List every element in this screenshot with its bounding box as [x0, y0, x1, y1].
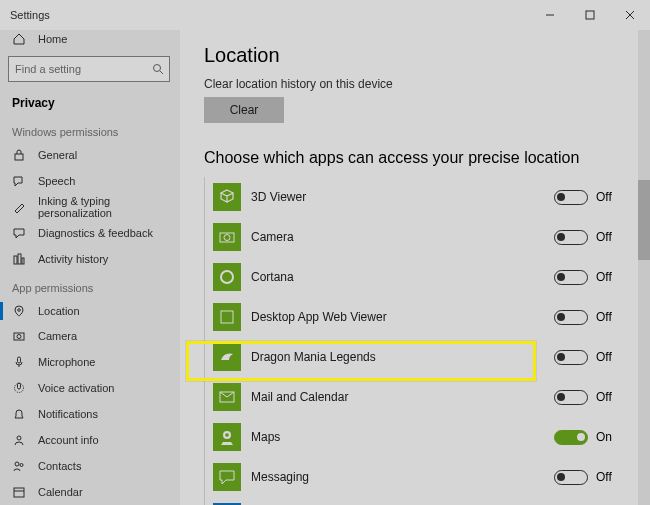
sidebar-item-diagnostics[interactable]: Diagnostics & feedback	[0, 220, 178, 246]
microphone-icon	[12, 355, 26, 369]
svg-point-10	[18, 308, 21, 311]
home-icon	[12, 32, 26, 46]
toggle-label: Off	[596, 350, 616, 364]
svg-rect-7	[14, 256, 17, 264]
toggle-switch[interactable]	[554, 190, 588, 205]
sidebar-item-label: Diagnostics & feedback	[38, 227, 153, 239]
toggle-switch[interactable]	[554, 470, 588, 485]
toggle-switch[interactable]	[554, 390, 588, 405]
bell-icon	[12, 407, 26, 421]
sidebar-item-account[interactable]: Account info	[0, 427, 178, 453]
svg-point-22	[224, 235, 230, 241]
sidebar-item-label: Home	[38, 33, 67, 45]
svg-point-12	[17, 335, 21, 339]
sidebar-item-activity[interactable]: Activity history	[0, 246, 178, 272]
toggle-switch[interactable]	[554, 430, 588, 445]
svg-point-15	[15, 384, 24, 393]
sidebar-item-label: Notifications	[38, 408, 98, 420]
sidebar-subheading-app: App permissions	[0, 272, 178, 298]
toggle-label: Off	[596, 470, 616, 484]
toggle-label: On	[596, 430, 616, 444]
svg-point-18	[20, 464, 23, 467]
sidebar-item-label: Contacts	[38, 460, 81, 472]
app-row-messaging: MessagingOff	[213, 457, 622, 497]
app-label: Mail and Calendar	[251, 390, 544, 404]
toggle-switch[interactable]	[554, 230, 588, 245]
sidebar-subheading-windows: Windows permissions	[0, 116, 178, 142]
svg-point-23	[221, 271, 233, 283]
close-button[interactable]	[610, 0, 650, 30]
cube-icon	[213, 183, 241, 211]
chat-icon	[213, 463, 241, 491]
svg-line-5	[160, 71, 163, 74]
clear-button[interactable]: Clear	[204, 97, 284, 123]
app-label: 3D Viewer	[251, 190, 544, 204]
app-label: Cortana	[251, 270, 544, 284]
maximize-button[interactable]	[570, 0, 610, 30]
toggle-switch[interactable]	[554, 270, 588, 285]
contacts-icon	[12, 459, 26, 473]
sidebar-item-label: Microphone	[38, 356, 95, 368]
toggle-label: Off	[596, 390, 616, 404]
toggle-switch[interactable]	[554, 350, 588, 365]
search-icon	[152, 63, 164, 75]
ring-icon	[213, 263, 241, 291]
toggle-label: Off	[596, 310, 616, 324]
toggle-label: Off	[596, 190, 616, 204]
toggle-label: Off	[596, 230, 616, 244]
app-row-desktop-app-web-viewer: Desktop App Web ViewerOff	[213, 297, 622, 337]
sidebar-item-inking[interactable]: Inking & typing personalization	[0, 194, 178, 220]
sidebar-item-home[interactable]: Home	[0, 30, 178, 52]
sidebar-item-voice[interactable]: Voice activation	[0, 375, 178, 401]
mail-icon	[213, 383, 241, 411]
svg-rect-1	[586, 11, 594, 19]
sidebar-item-calendar[interactable]: Calendar	[0, 479, 178, 505]
camera-icon	[12, 329, 26, 343]
app-row-mail-and-calendar: Mail and CalendarOff	[213, 377, 622, 417]
sidebar-item-label: Speech	[38, 175, 75, 187]
app-row-maps: MapsOn	[213, 417, 622, 457]
voice-icon	[12, 381, 26, 395]
sidebar-item-notifications[interactable]: Notifications	[0, 401, 178, 427]
account-icon	[12, 433, 26, 447]
app-label: Desktop App Web Viewer	[251, 310, 544, 324]
sidebar-item-speech[interactable]: Speech	[0, 168, 178, 194]
app-label: Messaging	[251, 470, 544, 484]
svg-rect-8	[18, 254, 21, 264]
feedback-icon	[12, 226, 26, 240]
app-row-dragon-mania-legends: Dragon Mania LegendsOff	[213, 337, 622, 377]
window-title: Settings	[10, 9, 530, 21]
sidebar-item-label: Calendar	[38, 486, 83, 498]
sidebar-item-label: General	[38, 149, 77, 161]
sidebar-item-label: Camera	[38, 330, 77, 342]
svg-point-4	[154, 64, 161, 71]
lock-icon	[12, 148, 26, 162]
page-title: Location	[204, 44, 622, 67]
sidebar-item-label: Account info	[38, 434, 99, 446]
svg-rect-9	[22, 258, 24, 264]
dragon-icon	[213, 343, 241, 371]
sidebar-item-general[interactable]: General	[0, 142, 178, 168]
calendar-icon	[12, 485, 26, 499]
toggle-label: Off	[596, 270, 616, 284]
minimize-button[interactable]	[530, 0, 570, 30]
sidebar-item-contacts[interactable]: Contacts	[0, 453, 178, 479]
maps-icon	[213, 423, 241, 451]
location-icon	[12, 304, 26, 318]
sidebar-item-label: Location	[38, 305, 80, 317]
sidebar-item-microphone[interactable]: Microphone	[0, 349, 178, 375]
toggle-switch[interactable]	[554, 310, 588, 325]
sidebar-item-label: Inking & typing personalization	[38, 195, 170, 219]
svg-point-16	[17, 436, 21, 440]
svg-rect-6	[15, 154, 23, 160]
search-input[interactable]	[8, 56, 170, 82]
pen-icon	[12, 200, 26, 214]
svg-point-17	[15, 462, 19, 466]
section-heading-apps: Choose which apps can access your precis…	[204, 149, 622, 167]
svg-point-27	[225, 433, 229, 437]
app-label: Dragon Mania Legends	[251, 350, 544, 364]
sidebar-item-camera[interactable]: Camera	[0, 324, 178, 350]
svg-rect-13	[18, 357, 21, 363]
sidebar-item-location[interactable]: Location	[0, 298, 178, 324]
sidebar-item-label: Activity history	[38, 253, 108, 265]
